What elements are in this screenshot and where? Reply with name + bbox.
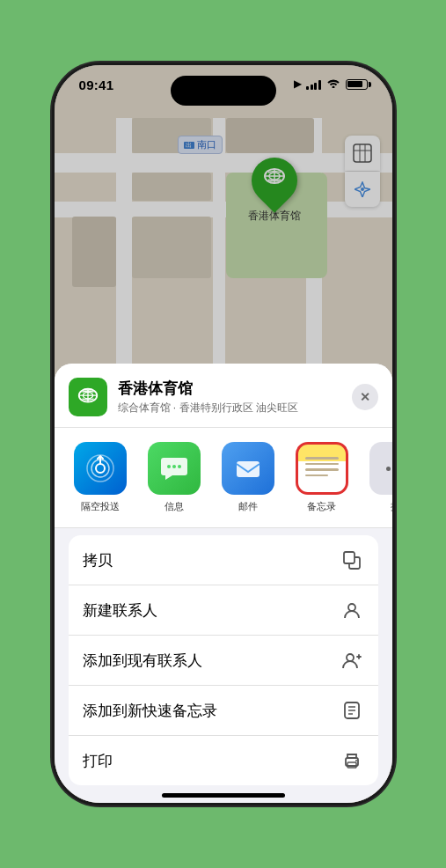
messages-icon: [148, 442, 201, 495]
action-add-contact[interactable]: 添加到现有联系人: [69, 636, 378, 686]
venue-info: 香港体育馆 综合体育馆 · 香港特别行政区 油尖旺区: [118, 379, 341, 416]
more-label: 提: [391, 500, 392, 513]
venue-description: 综合体育馆 · 香港特别行政区 油尖旺区: [118, 401, 341, 416]
signal-bars-icon: [306, 79, 321, 90]
svg-rect-18: [344, 552, 355, 563]
mail-icon: [222, 442, 274, 495]
svg-point-20: [347, 654, 354, 661]
home-indicator: [162, 793, 285, 798]
notes-label: 备忘录: [307, 500, 336, 513]
location-arrow-icon: ▶: [294, 78, 301, 90]
sheet-header: 香港体育馆 综合体育馆 · 香港特别行政区 油尖旺区 ✕: [55, 364, 392, 428]
action-print[interactable]: 打印: [69, 736, 378, 785]
phone-frame: 09:41 ▶: [52, 63, 395, 805]
print-icon: [340, 748, 364, 773]
battery-icon: [346, 79, 368, 90]
share-app-more[interactable]: 提: [361, 442, 392, 513]
share-app-airdrop[interactable]: 隔空投送: [65, 442, 135, 513]
action-copy-label: 拷贝: [83, 550, 113, 570]
action-new-contact[interactable]: 新建联系人: [69, 585, 378, 636]
notes-icon: [296, 442, 348, 495]
action-quick-note[interactable]: 添加到新快速备忘录: [69, 686, 378, 736]
status-time: 09:41: [79, 77, 114, 92]
venue-name: 香港体育馆: [118, 379, 341, 399]
share-apps-row: 隔空投送 信息: [55, 428, 392, 528]
copy-icon: [340, 548, 364, 572]
action-new-contact-label: 新建联系人: [83, 600, 157, 621]
wifi-icon: [326, 77, 340, 91]
airdrop-icon: [74, 442, 127, 495]
more-icon: [369, 442, 392, 495]
svg-point-29: [355, 760, 357, 761]
memo-icon: [340, 698, 364, 723]
close-button[interactable]: ✕: [352, 384, 378, 410]
action-print-label: 打印: [83, 751, 113, 771]
svg-point-19: [348, 604, 355, 611]
svg-point-13: [167, 465, 171, 468]
svg-rect-28: [347, 762, 356, 768]
action-quick-note-label: 添加到新快速备忘录: [83, 701, 217, 721]
svg-rect-16: [237, 461, 260, 477]
person-add-icon: [340, 648, 364, 673]
bottom-sheet: 香港体育馆 综合体育馆 · 香港特别行政区 油尖旺区 ✕ 隔空投送: [55, 364, 392, 803]
share-app-mail[interactable]: 邮件: [213, 442, 283, 513]
venue-icon: [69, 378, 107, 416]
svg-point-15: [178, 465, 181, 468]
action-add-contact-label: 添加到现有联系人: [83, 651, 202, 671]
messages-label: 信息: [165, 500, 184, 513]
status-icons: ▶: [294, 77, 368, 91]
share-app-notes[interactable]: 备忘录: [287, 442, 357, 513]
mail-label: 邮件: [238, 500, 258, 513]
airdrop-label: 隔空投送: [81, 500, 120, 513]
more-dots-icon: [386, 467, 392, 471]
action-copy[interactable]: 拷贝: [69, 535, 378, 585]
person-icon: [340, 598, 364, 622]
svg-point-12: [96, 464, 105, 473]
share-app-messages[interactable]: 信息: [139, 442, 209, 513]
dynamic-island: [171, 76, 276, 106]
svg-point-14: [172, 465, 176, 468]
action-list: 拷贝 新建联系人 添: [69, 535, 378, 785]
